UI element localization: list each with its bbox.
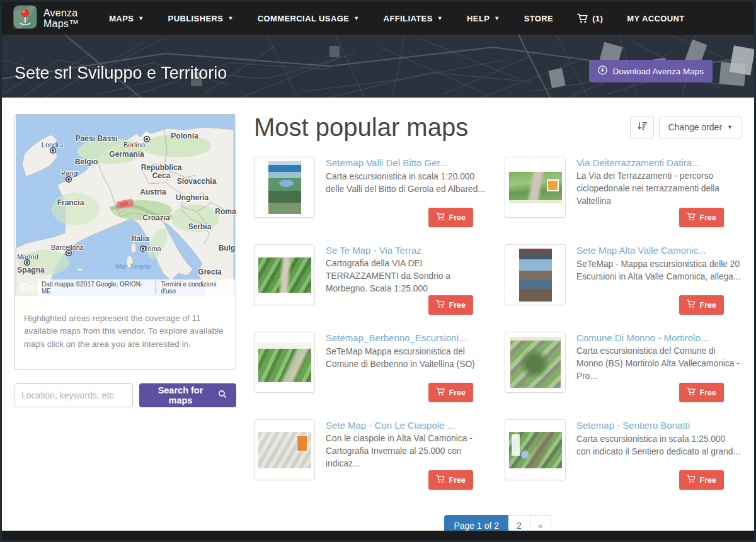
map-title-link[interactable]: Se Te Map - Via Terraz (326, 245, 491, 255)
map-description: La Via dei Terrazzamenti - percorso cicl… (576, 170, 742, 208)
add-to-cart-free-button[interactable]: Free (428, 383, 473, 402)
nav-item-help[interactable]: HELP ▼ (467, 14, 500, 23)
map-label: Roma (142, 245, 161, 252)
terms-link[interactable]: Termini e condizioni d'uso (156, 281, 232, 295)
map-title-link[interactable]: Via Deiterrazzamenti Datira... (576, 157, 742, 167)
nav-item-label: HELP (467, 14, 490, 23)
cart-icon (436, 475, 445, 485)
nav-item-my-account[interactable]: MY ACCOUNT (627, 14, 684, 23)
map-thumbnail[interactable] (505, 419, 566, 480)
top-nav-bar: Avenza Maps™ MAPS ▼ PUBLISHERS ▼ COMMERC… (2, 2, 754, 35)
add-to-cart-free-button[interactable]: Free (679, 470, 724, 490)
chevron-down-icon: ▼ (353, 15, 359, 21)
map-description: Cartografia della VIA DEI TERRAZZAMENTI … (326, 257, 491, 295)
change-order-dropdown[interactable]: Change order ▼ (659, 116, 742, 138)
city-dot-marker (26, 261, 28, 264)
nav-item-label: MY ACCOUNT (627, 14, 684, 23)
nav-item-label: PUBLISHERS (168, 14, 224, 23)
map-title-link[interactable]: Comune Di Monno - Mortirolo... (576, 332, 742, 342)
map-description: Carta escursionistica in scala 1:25.000 … (576, 433, 742, 458)
map-card-body: Via Deiterrazzamenti Datira... La Via de… (576, 157, 742, 227)
nav-item-affiliates[interactable]: AFFILIATES ▼ (384, 14, 443, 23)
nav-item-label: COMMERCIAL USAGE (258, 14, 350, 23)
map-title-link[interactable]: Setemap - Sentiero Bonatti (576, 420, 742, 431)
map-label: Londra (42, 141, 63, 149)
map-label: Slovacchia (177, 177, 217, 186)
map-card: Setemap_Berbenno_Escursioni... SeTeMap M… (254, 332, 491, 402)
add-to-cart-free-button[interactable]: Free (679, 208, 724, 227)
nav-item-1[interactable]: (1) (577, 13, 603, 24)
map-attribution-bar: Dati mappa ©2017 Google, ORION-ME Termin… (38, 279, 236, 296)
download-avenza-maps-button[interactable]: Download Avenza Maps (589, 60, 713, 82)
map-thumbnail[interactable] (505, 244, 566, 305)
map-card: Setemap Valli Del Bitto Ger... Carta esc… (254, 157, 491, 227)
nav-item-label: AFFILIATES (384, 14, 433, 23)
map-thumbnail[interactable] (254, 157, 315, 218)
nav-item-maps[interactable]: MAPS ▼ (109, 14, 144, 23)
add-to-cart-free-button[interactable]: Free (679, 295, 724, 315)
map-description: Con le ciaspole in Alta Val Camonica - C… (326, 432, 491, 470)
coverage-map-panel: Google Dati mappa ©2017 Google, ORION-ME… (14, 114, 236, 370)
map-attribution: Dati mappa ©2017 Google, ORION-ME (42, 281, 151, 295)
map-label: Mar Tirreno (115, 263, 151, 270)
chevron-down-icon: ▼ (727, 124, 733, 130)
maps-grid: Setemap Valli Del Bitto Ger... Carta esc… (254, 157, 742, 490)
cart-icon (687, 300, 696, 310)
cart-icon (577, 13, 588, 24)
map-title-link[interactable]: Sete Map Alta Valle Camonic... (576, 245, 742, 256)
map-card-body: Setemap Valli Del Bitto Ger... Carta esc… (326, 157, 491, 227)
avenza-pin-logo-icon (13, 5, 37, 31)
page-title: Most popular maps (254, 114, 468, 140)
maps-section: Most popular maps (254, 114, 742, 536)
map-card: Se Te Map - Via Terraz Cartografia della… (254, 244, 491, 315)
map-card: Sete Map Alta Valle Camonic... SeTeMap -… (505, 244, 742, 315)
add-to-cart-free-button[interactable]: Free (428, 470, 473, 490)
nav-item-label: STORE (524, 14, 554, 23)
map-cover-image (258, 343, 311, 382)
cart-icon (436, 300, 445, 310)
map-label: Bulg (219, 244, 236, 252)
footer-strip (2, 531, 754, 540)
vendor-page-title: Sete srl Sviluppo e Territorio (14, 64, 227, 83)
add-to-cart-free-button[interactable]: Free (428, 295, 473, 315)
nav-item-label: (1) (592, 14, 603, 23)
chevron-down-icon: ▼ (227, 15, 233, 21)
map-thumbnail[interactable] (505, 332, 566, 393)
map-label: Croazia (142, 213, 169, 222)
add-to-cart-free-button[interactable]: Free (428, 208, 473, 227)
coverage-map[interactable]: Google Dati mappa ©2017 Google, ORION-ME… (15, 115, 236, 296)
main-content: Google Dati mappa ©2017 Google, ORION-ME… (2, 98, 754, 536)
nav-item-label: MAPS (109, 14, 134, 23)
map-title-link[interactable]: Sete Map - Con Le Ciaspole ... (326, 420, 491, 430)
map-label: Polonia (171, 132, 198, 140)
chevron-down-icon: ▼ (494, 15, 500, 21)
sort-direction-button[interactable] (630, 116, 654, 138)
map-description: Carta escursionistica del Comune di Monn… (576, 345, 742, 383)
nav-item-store[interactable]: STORE (524, 14, 554, 23)
page: Avenza Maps™ MAPS ▼ PUBLISHERS ▼ COMMERC… (0, 0, 756, 542)
map-title-link[interactable]: Setemap Valli Del Bitto Ger... (326, 157, 491, 168)
map-cover-image (509, 432, 562, 468)
map-card-body: Sete Map Alta Valle Camonic... SeTeMap -… (576, 244, 742, 315)
map-label: Italia (132, 234, 149, 243)
map-title-link[interactable]: Setemap_Berbenno_Escursioni... (326, 332, 491, 343)
map-thumbnail[interactable] (254, 244, 315, 305)
cart-icon (687, 475, 696, 485)
hero-banner: Sete srl Sviluppo e Territorio Download … (2, 35, 754, 98)
map-cover-image (258, 257, 311, 293)
search-for-maps-button[interactable]: Search for maps (139, 383, 236, 407)
nav-item-commercial-usage[interactable]: COMMERCIAL USAGE ▼ (258, 14, 360, 23)
map-thumbnail[interactable] (254, 332, 315, 393)
map-label: Berlino (123, 141, 145, 149)
map-label: Spagna (17, 266, 44, 274)
add-to-cart-free-button[interactable]: Free (679, 383, 724, 402)
map-thumbnail[interactable] (505, 157, 566, 218)
order-controls: Change order ▼ (630, 116, 742, 138)
brand-logo-link[interactable]: Avenza Maps™ (13, 5, 79, 31)
brand-name: Avenza Maps™ (43, 8, 79, 30)
search-input[interactable] (14, 383, 133, 407)
nav-item-publishers[interactable]: PUBLISHERS ▼ (168, 14, 234, 23)
map-thumbnail[interactable] (254, 419, 315, 480)
coverage-sidebar: Google Dati mappa ©2017 Google, ORION-ME… (14, 114, 236, 536)
city-dot-marker (67, 252, 70, 254)
